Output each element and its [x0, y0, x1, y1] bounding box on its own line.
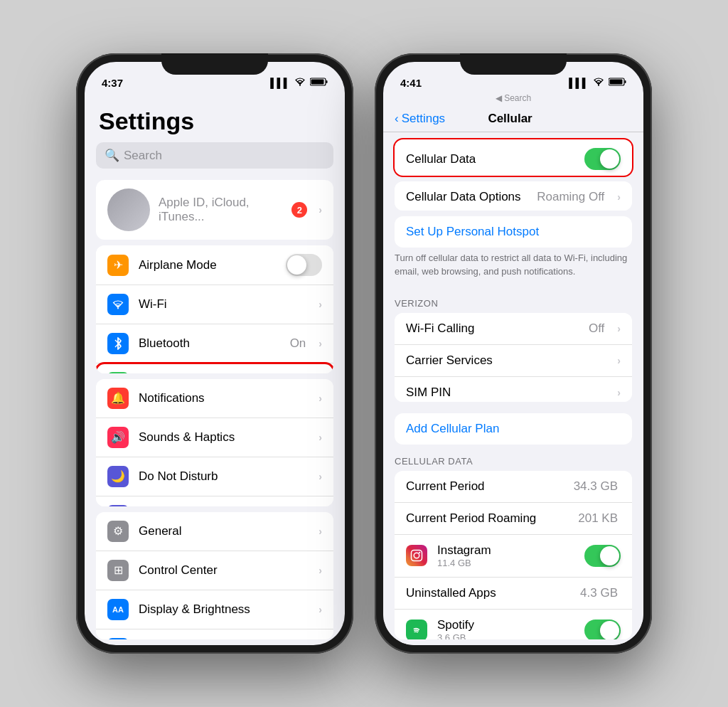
apple-id-name: Apple ID, iCloud, iTunes...	[159, 196, 283, 224]
current-period-roaming-row: Current Period Roaming 201 KB	[395, 503, 632, 535]
cellular-row[interactable]: Cellular ›	[96, 363, 333, 373]
display-chevron: ›	[318, 604, 322, 615]
svg-point-17	[414, 553, 419, 559]
notch	[161, 53, 268, 75]
airplane-toggle[interactable]	[286, 254, 322, 276]
search-bar[interactable]: 🔍 Search	[96, 142, 333, 169]
cellular-data-toggle[interactable]	[584, 148, 621, 170]
back-button[interactable]: ‹ Settings	[395, 112, 445, 126]
instagram-row[interactable]: Instagram 11.4 GB	[395, 535, 632, 578]
apple-id-badge: 2	[291, 202, 307, 218]
add-plan-label: Add Cellular Plan	[406, 422, 499, 435]
control-center-chevron: ›	[318, 565, 322, 576]
instagram-name: Instagram	[437, 543, 574, 558]
cellular-icon	[107, 372, 129, 373]
phone-1-screen: 4:37 ▌▌▌	[85, 62, 345, 645]
airplane-mode-row[interactable]: ✈ Airplane Mode	[96, 245, 333, 285]
airplane-label: Airplane Mode	[139, 258, 276, 272]
bluetooth-row[interactable]: Bluetooth On ›	[96, 324, 333, 363]
cellular-content: Cellular Data Cellular Data Options Roam…	[383, 132, 643, 645]
apple-id-row[interactable]: Apple ID, iCloud, iTunes... 2 ›	[96, 180, 333, 240]
control-center-label: Control Center	[139, 563, 309, 578]
status-icons-1: ▌▌▌	[270, 78, 328, 88]
current-period-roaming-label: Current Period Roaming	[406, 511, 568, 526]
wifi-calling-row[interactable]: Wi-Fi Calling Off ›	[395, 313, 632, 345]
wifi-label: Wi-Fi	[139, 297, 296, 312]
status-time-1: 4:37	[102, 77, 123, 89]
notifications-group: 🔔 Notifications › 🔊 Sounds & Haptics › 🌙…	[96, 379, 333, 506]
general-icon: ⚙	[107, 521, 129, 542]
dnd-label: Do Not Disturb	[139, 469, 309, 484]
cellular-data-options-row[interactable]: Cellular Data Options Roaming Off ›	[395, 181, 632, 211]
sim-pin-label: SIM PIN	[406, 386, 607, 400]
battery-icon-2	[609, 78, 626, 88]
wifi-calling-chevron: ›	[617, 323, 621, 334]
back-label: Settings	[402, 112, 445, 126]
general-label: General	[139, 524, 309, 538]
instagram-icon	[406, 545, 427, 566]
page-title: Cellular	[445, 112, 575, 126]
notifications-icon: 🔔	[107, 388, 129, 409]
instagram-info: Instagram 11.4 GB	[437, 543, 574, 568]
phone-1: 4:37 ▌▌▌	[76, 53, 353, 654]
general-row[interactable]: ⚙ General ›	[96, 512, 333, 551]
current-period-value: 34.3 GB	[574, 479, 618, 494]
display-icon: AA	[107, 599, 129, 620]
current-period-roaming-value: 201 KB	[578, 511, 618, 526]
sounds-chevron: ›	[318, 432, 322, 443]
phone-2-screen: 4:41 ▌▌▌	[383, 62, 643, 645]
spotify-size: 3.6 GB	[437, 632, 574, 639]
svg-rect-16	[412, 551, 422, 561]
screen-time-icon: ⏱	[107, 505, 129, 506]
sounds-row[interactable]: 🔊 Sounds & Haptics ›	[96, 418, 333, 457]
wifi-calling-label: Wi-Fi Calling	[406, 321, 579, 336]
bluetooth-value: On	[290, 336, 306, 351]
control-center-icon: ⊞	[107, 560, 129, 581]
add-plan-row[interactable]: Add Cellular Plan	[395, 413, 632, 445]
signal-icon: ▌▌▌	[270, 78, 290, 88]
screen-time-row[interactable]: ⏱ Screen Time ›	[96, 496, 333, 506]
dnd-row[interactable]: 🌙 Do Not Disturb ›	[96, 457, 333, 496]
spotify-row[interactable]: Spotify 3.6 GB	[395, 610, 632, 639]
screen-content-1: Settings 🔍 Search Apple ID, iCloud, iTun…	[85, 93, 345, 645]
svg-rect-2	[326, 80, 328, 83]
display-label: Display & Brightness	[139, 602, 309, 617]
control-center-row[interactable]: ⊞ Control Center ›	[96, 551, 333, 590]
wifi-settings-icon	[107, 294, 129, 315]
signal-icon-2: ▌▌▌	[569, 78, 589, 88]
cellular-data-group: Cellular Data	[395, 139, 632, 176]
svg-rect-14	[625, 80, 626, 83]
cellular-data-row[interactable]: Cellular Data	[395, 139, 632, 176]
wifi-icon-2	[593, 78, 604, 88]
wifi-icon	[294, 78, 306, 88]
apple-id-chevron: ›	[318, 204, 322, 216]
spotify-toggle[interactable]	[584, 620, 621, 639]
uninstalled-apps-value: 4.3 GB	[580, 586, 618, 600]
status-icons-2: ▌▌▌	[569, 78, 626, 88]
cellular-data-options-label: Cellular Data Options	[406, 190, 527, 204]
accessibility-row[interactable]: ♿ Accessibility ›	[96, 629, 333, 639]
notifications-chevron: ›	[318, 393, 322, 404]
wifi-row[interactable]: Wi-Fi ›	[96, 285, 333, 324]
carrier-services-chevron: ›	[617, 355, 621, 366]
status-time-2: 4:41	[400, 77, 422, 89]
sounds-label: Sounds & Haptics	[139, 430, 309, 445]
sim-pin-chevron: ›	[617, 387, 621, 398]
hotspot-row[interactable]: Set Up Personal Hotspot	[395, 216, 632, 248]
svg-point-0	[299, 85, 301, 86]
cellular-data-options-value: Roaming Off	[537, 190, 604, 204]
uninstalled-apps-row: Uninstalled Apps 4.3 GB	[395, 578, 632, 610]
carrier-services-row[interactable]: Carrier Services ›	[395, 345, 632, 377]
display-row[interactable]: AA Display & Brightness ›	[96, 590, 333, 629]
notch-2	[460, 53, 567, 75]
verizon-group: Wi-Fi Calling Off › Carrier Services › S…	[395, 313, 632, 402]
sim-pin-row[interactable]: SIM PIN ›	[395, 377, 632, 402]
apple-id-avatar	[107, 188, 150, 231]
search-placeholder: Search	[124, 149, 162, 163]
svg-point-18	[419, 552, 420, 553]
search-subtext: ◀ Search	[383, 93, 643, 106]
instagram-toggle[interactable]	[584, 545, 621, 567]
connectivity-group: ✈ Airplane Mode Wi-Fi	[96, 245, 333, 373]
notifications-row[interactable]: 🔔 Notifications ›	[96, 379, 333, 418]
bluetooth-chevron: ›	[318, 338, 322, 349]
